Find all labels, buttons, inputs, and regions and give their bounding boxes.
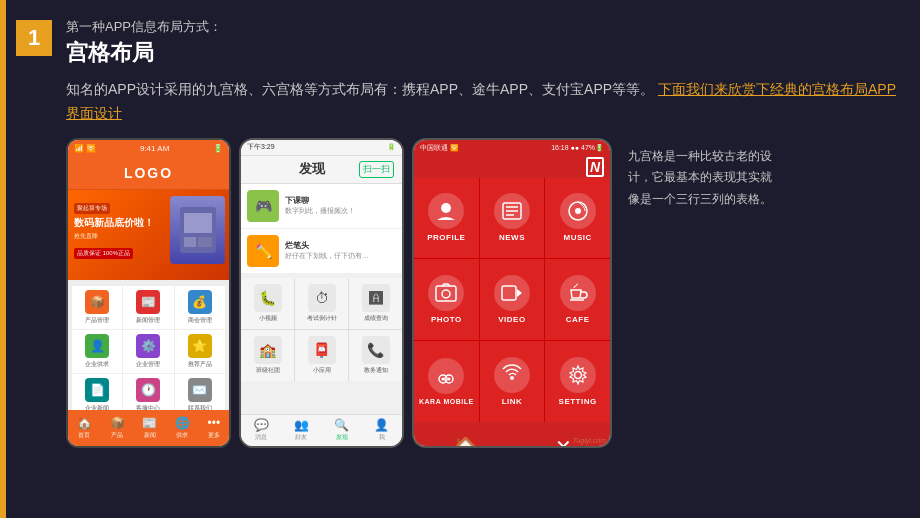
banner-image bbox=[170, 196, 225, 264]
p3-cell-photo[interactable]: PHOTO bbox=[414, 259, 479, 340]
p3-icon-profile bbox=[428, 193, 464, 229]
grid-icon-6: 📄 bbox=[85, 378, 109, 402]
svg-point-10 bbox=[575, 208, 581, 214]
phone1-logo: LOGO bbox=[68, 158, 229, 190]
phones-container: 📶 🛜 9:41 AM 🔋 LOGO 聚起算专场 数码新品底价啦！ 抢先直降 品… bbox=[66, 138, 612, 448]
accent-bar bbox=[0, 0, 6, 518]
p1-nav-product[interactable]: 📦 产品 bbox=[110, 416, 125, 440]
p3-cell-music[interactable]: MUSIC bbox=[545, 178, 610, 259]
grid-icon-3: 👤 bbox=[85, 334, 109, 358]
phone3-statusbar: 中国联通 🛜 16:18 ●● 47%🔋 bbox=[414, 140, 610, 156]
svg-rect-1 bbox=[184, 213, 212, 233]
phone1-grid: 📦 产品管理 📰 新闻管理 💰 商会管理 👤 bbox=[68, 280, 229, 423]
p3-icon-music bbox=[560, 193, 596, 229]
header-subtitle: 第一种APP信息布局方式： bbox=[66, 18, 222, 36]
p3-cell-news[interactable]: NEWS bbox=[480, 178, 545, 259]
grid-item-3[interactable]: 👤 企业供求 bbox=[72, 330, 122, 373]
p3-label-news: NEWS bbox=[499, 233, 525, 242]
grid-icon-8: ✉️ bbox=[188, 378, 212, 402]
p2-grid2-item-5[interactable]: 📞 教务通知 bbox=[349, 330, 402, 381]
p1-time: 9:41 AM bbox=[140, 144, 169, 153]
p3-cell-link[interactable]: LINK bbox=[480, 341, 545, 422]
p3-label-music: MUSIC bbox=[564, 233, 592, 242]
sidebar-description: 九宫格是一种比较古老的设计，它最基本的表现其实就像是一个三行三列的表格。 bbox=[620, 138, 780, 211]
phone2-title: 发现 bbox=[299, 160, 325, 178]
number-badge: 1 bbox=[16, 20, 52, 56]
phone2-statusbar: 下午3:29 🔋 bbox=[241, 140, 402, 156]
p2-nav-friend[interactable]: 👥 好友 bbox=[294, 418, 309, 442]
svg-rect-13 bbox=[502, 286, 516, 300]
phone2: 下午3:29 🔋 发现 扫一扫 🎮 下课聊 数字到此，播报频次！ bbox=[239, 138, 404, 448]
grid-icon-0: 📦 bbox=[85, 290, 109, 314]
p1-nav-supply[interactable]: 🌐 供求 bbox=[175, 416, 190, 440]
svg-rect-2 bbox=[184, 237, 196, 247]
p3-icon-news bbox=[494, 193, 530, 229]
p1-nav-more[interactable]: ••• 更多 bbox=[208, 416, 221, 440]
p3-cell-kara[interactable]: KARA MOBILE bbox=[414, 341, 479, 422]
p3-cell-profile[interactable]: PROFILE bbox=[414, 178, 479, 259]
grid-icon-5: ⭐ bbox=[188, 334, 212, 358]
svg-point-21 bbox=[574, 371, 581, 378]
p2-avatar-0: 🎮 bbox=[247, 190, 279, 222]
p1-battery: 🔋 bbox=[213, 144, 223, 153]
svg-point-4 bbox=[441, 203, 451, 213]
p3-time-battery: 16:18 ●● 47%🔋 bbox=[551, 144, 604, 152]
phone3-grid: PROFILE NEWS MUSIC bbox=[414, 178, 610, 422]
phone2-scan[interactable]: 扫一扫 bbox=[359, 161, 394, 178]
grid-item-4[interactable]: ⚙️ 企业管理 bbox=[123, 330, 173, 373]
p3-label-kara: KARA MOBILE bbox=[419, 398, 474, 405]
phone1-nav: 🏠 首页 📦 产品 📰 新闻 🌐 供求 bbox=[68, 410, 229, 446]
grid-icon-1: 📰 bbox=[136, 290, 160, 314]
phone1: 📶 🛜 9:41 AM 🔋 LOGO 聚起算专场 数码新品底价啦！ 抢先直降 品… bbox=[66, 138, 231, 448]
p3-cell-cafe[interactable]: CAFE bbox=[545, 259, 610, 340]
p2-grid2-item-2[interactable]: 🅰 成绩查询 bbox=[349, 278, 402, 329]
description-text: 知名的APP设计采用的九宫格、六宫格等方式布局有：携程APP、途牛APP、支付宝… bbox=[66, 81, 654, 97]
grid-item-0[interactable]: 📦 产品管理 bbox=[72, 286, 122, 329]
p3-logo: N bbox=[586, 157, 604, 177]
p3-label-video: VIDEO bbox=[498, 315, 525, 324]
p3-cell-setting[interactable]: SETTING bbox=[545, 341, 610, 422]
phone1-statusbar: 📶 🛜 9:41 AM 🔋 bbox=[68, 140, 229, 158]
grid-item-2[interactable]: 💰 商会管理 bbox=[175, 286, 225, 329]
page: 1 第一种APP信息布局方式： 宫格布局 知名的APP设计采用的九宫格、六宫格等… bbox=[0, 0, 920, 518]
phone3: 中国联通 🛜 16:18 ●● 47%🔋 N PROFILE bbox=[412, 138, 612, 448]
p3-cell-video[interactable]: VIDEO bbox=[480, 259, 545, 340]
p2-nav-discover[interactable]: 🔍 发现 bbox=[334, 418, 349, 442]
p2-nav-msg[interactable]: 💬 消息 bbox=[254, 418, 269, 442]
sidebar-text-content: 九宫格是一种比较古老的设计，它最基本的表现其实就像是一个三行三列的表格。 bbox=[628, 149, 772, 206]
header: 1 第一种APP信息布局方式： 宫格布局 bbox=[0, 0, 920, 78]
p2-grid2-item-0[interactable]: 🐛 小视频 bbox=[241, 278, 294, 329]
p2-grid2-item-3[interactable]: 🏫 班级社团 bbox=[241, 330, 294, 381]
p3-label-link: LINK bbox=[502, 397, 523, 406]
p3-icon-cafe bbox=[560, 275, 596, 311]
p3-icon-photo bbox=[428, 275, 464, 311]
svg-point-19 bbox=[448, 377, 451, 380]
p3-label-profile: PROFILE bbox=[427, 233, 465, 242]
p2-avatar-1: ✏️ bbox=[247, 235, 279, 267]
p2-grid2-item-1[interactable]: ⏱ 考试倒计针 bbox=[295, 278, 348, 329]
grid-icon-2: 💰 bbox=[188, 290, 212, 314]
p2-nav-me[interactable]: 👤 我 bbox=[374, 418, 389, 442]
p2-list-item-0[interactable]: 🎮 下课聊 数字到此，播报频次！ bbox=[241, 184, 402, 229]
phone2-nav: 💬 消息 👥 好友 🔍 发现 👤 我 bbox=[241, 414, 402, 446]
p2-list-item-1[interactable]: ✏️ 烂笔头 好仔在下划线，仔下仍有记、作业、事务 bbox=[241, 229, 402, 274]
p3-icon-kara bbox=[428, 358, 464, 394]
p3-close-icon[interactable]: ✕ bbox=[555, 435, 572, 448]
svg-marker-14 bbox=[517, 289, 522, 297]
p3-label-setting: SETTING bbox=[559, 397, 597, 406]
description: 知名的APP设计采用的九宫格、六宫格等方式布局有：携程APP、途牛APP、支付宝… bbox=[0, 78, 920, 138]
p3-home-icon[interactable]: 🏠 bbox=[453, 435, 478, 448]
p3-logo-bar: N bbox=[414, 156, 610, 178]
p1-nav-home[interactable]: 🏠 首页 bbox=[77, 416, 92, 440]
svg-point-18 bbox=[442, 377, 445, 380]
svg-rect-3 bbox=[198, 237, 212, 247]
p1-nav-news[interactable]: 📰 新闻 bbox=[142, 416, 157, 440]
phone2-grid2: 🐛 小视频 ⏱ 考试倒计针 🅰 成绩查询 🏫 bbox=[241, 278, 402, 381]
banner-badge: 品质保证 100%正品 bbox=[74, 248, 133, 259]
grid-item-1[interactable]: 📰 新闻管理 bbox=[123, 286, 173, 329]
grid-item-5[interactable]: ⭐ 推荐产品 bbox=[175, 330, 225, 373]
p2-content-1: 烂笔头 好仔在下划线，仔下仍有记、作业、事务 bbox=[285, 240, 396, 261]
p3-label-photo: PHOTO bbox=[431, 315, 462, 324]
header-title: 宫格布局 bbox=[66, 38, 222, 68]
p2-grid2-item-4[interactable]: 📮 小应用 bbox=[295, 330, 348, 381]
